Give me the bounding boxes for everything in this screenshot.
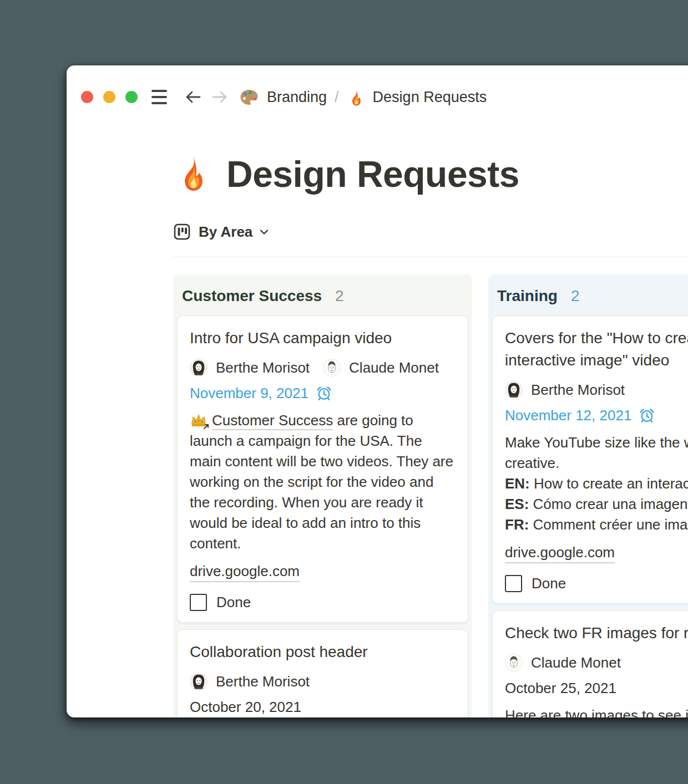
checkbox-label: Done (532, 575, 566, 592)
avatar-claude-monet (323, 359, 341, 376)
kanban-board: Customer Success 2 Intro for USA campaig… (173, 274, 688, 717)
column-customer-success: Customer Success 2 Intro for USA campaig… (173, 274, 472, 717)
crown-page-icon (190, 412, 209, 429)
alarm-clock-icon (316, 385, 332, 401)
traffic-lights (81, 91, 138, 103)
card-title: Collaboration post header (190, 641, 456, 663)
people-row: Claude Monet (505, 654, 688, 671)
divider (173, 257, 688, 257)
chevron-down-icon (258, 226, 270, 238)
board-view-icon (173, 223, 191, 241)
column-name: Training (497, 287, 558, 305)
person-name: Berthe Morisot (531, 381, 625, 399)
card-covers-how-to-video[interactable]: Covers for the "How to create an interac… (492, 315, 688, 604)
fire-icon (347, 88, 365, 106)
card-check-two-fr-images[interactable]: Check two FR images for review Claude Mo… (492, 610, 688, 717)
minimize-button[interactable] (103, 91, 115, 103)
page-link-customer-success[interactable]: Customer Success (212, 412, 333, 430)
app-window: Branding / Design Requests Design Reques… (67, 65, 688, 717)
view-name: By Area (199, 223, 252, 241)
page-title: Design Requests (226, 153, 519, 195)
column-training: Training 2 Covers for the "How to create… (488, 274, 688, 717)
checkbox[interactable] (190, 594, 207, 611)
person-name: Berthe Morisot (216, 359, 310, 376)
page-header: Design Requests (173, 145, 688, 203)
palette-icon (239, 88, 259, 106)
card-description: Make YouTube size like the webinar creat… (505, 432, 688, 535)
column-count: 2 (571, 287, 580, 305)
done-checkbox-row: Done (505, 574, 688, 592)
breadcrumb-item-branding[interactable]: Branding (267, 89, 327, 106)
view-switcher[interactable]: By Area (173, 222, 688, 242)
card-collaboration-post-header[interactable]: Collaboration post header Berthe Morisot… (177, 629, 468, 717)
avatar-claude-monet (505, 654, 523, 671)
date-with-reminder: November 9, 2021 (190, 385, 456, 401)
checkbox[interactable] (505, 575, 522, 592)
people-row: Berthe Morisot (505, 381, 688, 398)
card-title: Check two FR images for review (505, 622, 688, 644)
checkbox-label: Done (216, 594, 251, 611)
column-name: Customer Success (182, 287, 322, 305)
window-titlebar: Branding / Design Requests (67, 65, 688, 114)
menu-icon[interactable] (151, 90, 167, 104)
page-link-arrow-icon (203, 423, 210, 430)
people-row: Berthe Morisot (190, 673, 456, 690)
date: October 20, 2021 (190, 699, 456, 715)
person-name: Claude Monet (531, 654, 621, 671)
drive-link[interactable]: drive.google.com (505, 544, 615, 563)
done-checkbox-row: Done (190, 593, 456, 611)
column-header: Training 2 (488, 274, 688, 315)
person-name: Berthe Morisot (216, 673, 310, 690)
back-button[interactable] (184, 89, 203, 105)
date-with-reminder: November 12, 2021 (505, 407, 688, 424)
avatar-berthe-morisot (190, 673, 208, 690)
page-icon-fire[interactable] (173, 155, 212, 194)
drive-link[interactable]: drive.google.com (190, 563, 300, 582)
date: October 25, 2021 (505, 680, 688, 696)
avatar-berthe-morisot (505, 381, 523, 399)
column-header: Customer Success 2 (173, 274, 472, 315)
avatar-berthe-morisot (190, 359, 208, 376)
breadcrumb: Branding / Design Requests (239, 88, 487, 106)
card-description: Here are two images to see if they work (505, 705, 688, 717)
breadcrumb-separator: / (335, 89, 339, 106)
close-button[interactable] (81, 91, 93, 103)
people-row: Berthe Morisot Claude Monet (190, 359, 456, 376)
forward-button[interactable] (210, 89, 229, 105)
breadcrumb-item-design-requests[interactable]: Design Requests (373, 89, 487, 106)
person-name: Claude Monet (349, 359, 439, 376)
zoom-button[interactable] (125, 91, 138, 103)
card-intro-usa-campaign[interactable]: Intro for USA campaign video Berthe Mori… (177, 315, 468, 623)
alarm-clock-icon (639, 407, 655, 424)
card-title: Intro for USA campaign video (190, 327, 456, 349)
column-count: 2 (335, 287, 344, 305)
card-title: Covers for the "How to create an interac… (505, 327, 688, 371)
card-description: Customer Success are going to launch a c… (190, 410, 456, 554)
